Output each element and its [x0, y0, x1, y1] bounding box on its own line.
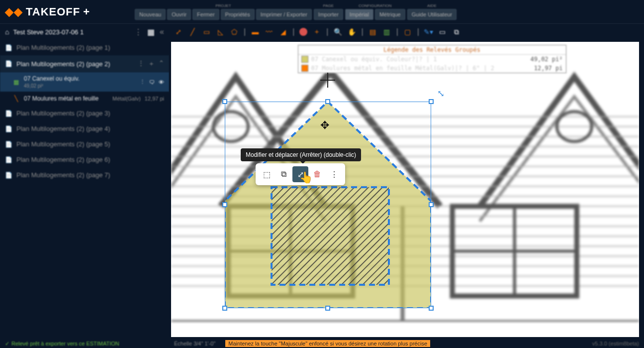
- add-icon[interactable]: ＋: [148, 59, 155, 68]
- main-toolbar: ⤢ ╱ ▭ ◺ ⬠ | ▬ 〰 ◢ | ＋ | 🔍 ✋ | ▤ ▥ | ▢ | …: [169, 27, 461, 36]
- tool-hand-icon[interactable]: ✋: [347, 27, 356, 36]
- legend-value: 12,97 pi: [534, 65, 563, 72]
- menu-config-label: CONFIGURATION: [359, 3, 392, 8]
- subheader: ⌂ Test Steve 2023-07-06 1 ⋮ ▦ « ⤢ ╱ ▭ ◺ …: [0, 24, 644, 40]
- legend-row: 07 Moulures métal en feuille Métal(Galv)…: [298, 64, 566, 73]
- home-icon: ⌂: [5, 28, 9, 36]
- tool-box-icon[interactable]: ▭: [202, 27, 211, 36]
- menu-aide-label: AIDE: [427, 3, 437, 8]
- chevron-up-icon[interactable]: ⌃: [159, 59, 164, 68]
- menu-ouvrir[interactable]: Ouvrir: [167, 9, 191, 20]
- legend-text: 07 Moulures métal en feuille Métal(Galv)…: [311, 65, 494, 72]
- tool-grad-icon[interactable]: ◢: [278, 27, 287, 36]
- crosshair-icon: [320, 73, 335, 88]
- scale-label[interactable]: Échelle 3/4" 1'-0": [174, 341, 215, 347]
- page-item-4[interactable]: 📄 Plan Multilogements (2) (page 4): [0, 121, 169, 136]
- page-label: Plan Multilogements (2) (page 5): [16, 140, 110, 148]
- rotate-handle-icon[interactable]: ⤡: [437, 88, 445, 99]
- tool-path-icon[interactable]: 〰: [265, 27, 274, 36]
- page-item-6[interactable]: 📄 Plan Multilogements (2) (page 6): [0, 152, 169, 167]
- takeoff-item-2[interactable]: ╲ 07 Moulures métal en feuille Métal(Gal…: [0, 92, 169, 106]
- menu-guide[interactable]: Guide Utilisateur: [407, 9, 457, 20]
- more-icon[interactable]: ⋮: [138, 59, 144, 68]
- tool-zoom-icon[interactable]: 🔍: [333, 27, 342, 36]
- menu-importer[interactable]: Importer: [314, 9, 343, 20]
- move-cursor-icon: ✥: [320, 119, 329, 132]
- tool-rect-icon[interactable]: ▬: [251, 27, 260, 36]
- menu-metrique[interactable]: Métrique: [375, 9, 405, 20]
- doc-icon[interactable]: ▦: [147, 27, 155, 37]
- file-icon: 📄: [5, 172, 12, 179]
- tool-note-icon[interactable]: ▭: [438, 27, 447, 36]
- select-icon[interactable]: ⬚: [259, 166, 275, 182]
- resize-handle-w[interactable]: [222, 202, 227, 207]
- page-item-3[interactable]: 📄 Plan Multilogements (2) (page 3): [0, 106, 169, 121]
- tool-poly-icon[interactable]: ⬠: [230, 27, 239, 36]
- legend-swatch-icon: [301, 65, 308, 72]
- resize-handle-se[interactable]: [429, 306, 434, 311]
- menu-fermer[interactable]: Fermer: [192, 9, 219, 20]
- footer-status: ✓ Relevé prêt à exporter vers ce ESTIMAT…: [0, 341, 169, 347]
- more-icon[interactable]: ⋮: [140, 79, 145, 85]
- tool-ext-icon[interactable]: ⧉: [452, 27, 461, 36]
- tooltip: Modifier et déplacer (Arrêter) (double-c…: [241, 148, 361, 161]
- resize-handle-sw[interactable]: [222, 306, 227, 311]
- footer: ✓ Relevé prêt à exporter vers ce ESTIMAT…: [0, 339, 644, 348]
- tool-pen-icon[interactable]: ✎▾: [424, 27, 433, 36]
- area-icon: ▦: [12, 78, 20, 86]
- more-icon[interactable]: ⋮: [134, 27, 142, 37]
- item-meta: Métal(Galv): [112, 96, 141, 102]
- menu-imperial[interactable]: Impérial: [345, 9, 373, 20]
- menu-projet-label: PROJET: [215, 3, 231, 8]
- resize-handle-nw[interactable]: [222, 99, 227, 104]
- menu-imprimer[interactable]: Imprimer / Exporter: [256, 9, 312, 20]
- resize-handle-s[interactable]: [325, 306, 330, 311]
- status-text: Relevé prêt à exporter vers ce ESTIMATIO…: [11, 341, 119, 347]
- legend-value: 49,02 pi²: [530, 56, 562, 63]
- page-item-7[interactable]: 📄 Plan Multilogements (2) (page 7): [0, 167, 169, 183]
- copy-icon[interactable]: ⧉: [276, 166, 291, 182]
- sidebar: 📄 Plan Multilogements (2) (page 1) 📄 Pla…: [0, 40, 169, 339]
- main: 📄 Plan Multilogements (2) (page 1) 📄 Pla…: [0, 40, 644, 339]
- page-item-5[interactable]: 📄 Plan Multilogements (2) (page 5): [0, 136, 169, 152]
- app-name: TAKEOFF: [26, 5, 80, 18]
- eye-icon[interactable]: 👁: [159, 79, 164, 85]
- tool-angle-icon[interactable]: ◺: [216, 27, 225, 36]
- page-item-2[interactable]: 📄 Plan Multilogements (2) (page 2) ⋮ ＋ ⌃: [0, 55, 169, 72]
- collapse-icon[interactable]: «: [160, 27, 164, 37]
- page-label: Plan Multilogements (2) (page 7): [16, 171, 110, 179]
- canvas-wrap: Légende des Relevés Groupés 07 Canexel o…: [169, 40, 644, 339]
- page-label: Plan Multilogements (2) (page 1): [16, 44, 110, 51]
- logo: ◆◆ TAKEOFF +: [5, 5, 90, 18]
- canvas[interactable]: Légende des Relevés Groupés 07 Canexel o…: [171, 42, 639, 337]
- resize-handle-n[interactable]: [325, 99, 330, 104]
- legend-swatch-icon: [301, 56, 308, 63]
- file-icon: 📄: [5, 60, 12, 67]
- page-label: Plan Multilogements (2) (page 3): [16, 110, 110, 117]
- legend-text: 07 Canexel ou équiv. Couleur?|? | 1: [311, 56, 437, 63]
- tool-plus-icon[interactable]: ＋: [312, 27, 321, 36]
- resize-handle-ne[interactable]: [429, 99, 434, 104]
- menu-nouveau[interactable]: Nouveau: [135, 9, 166, 20]
- app-header: ◆◆ TAKEOFF + PROJET Nouveau Ouvrir Ferme…: [0, 0, 644, 24]
- tool-target-icon[interactable]: [299, 28, 307, 36]
- tool-expand-icon[interactable]: ⤢: [174, 27, 183, 36]
- tool-layers-icon[interactable]: ▤: [368, 27, 377, 36]
- page-item-1[interactable]: 📄 Plan Multilogements (2) (page 1): [0, 40, 169, 55]
- more-icon[interactable]: ⋮: [326, 166, 342, 182]
- logo-icon: ◆◆: [5, 5, 23, 18]
- tool-square-icon[interactable]: ▢: [403, 27, 412, 36]
- page-label: Plan Multilogements (2) (page 2): [16, 60, 110, 68]
- menu-proprietes[interactable]: Propriétés: [221, 9, 255, 20]
- note-icon[interactable]: 🗨: [149, 79, 155, 85]
- resize-handle-e[interactable]: [429, 202, 434, 207]
- project-name: Test Steve 2023-07-06 1: [13, 28, 130, 36]
- selection-bounding-box[interactable]: ⤡: [225, 102, 431, 308]
- hint-bar: Maintenez la touche "Majuscule" enfoncé …: [225, 340, 430, 347]
- line-icon: ╲: [12, 95, 20, 103]
- takeoff-item-1[interactable]: ▦ 07 Canexel ou équiv. 49,02 pi² ⋮ 🗨 👁: [0, 72, 169, 92]
- tool-layers2-icon[interactable]: ▥: [382, 27, 391, 36]
- version-label: v5.3.0 (estim8beta): [592, 341, 639, 347]
- tool-line-icon[interactable]: ╱: [188, 27, 197, 36]
- item-title: 07 Canexel ou équiv.: [24, 75, 136, 82]
